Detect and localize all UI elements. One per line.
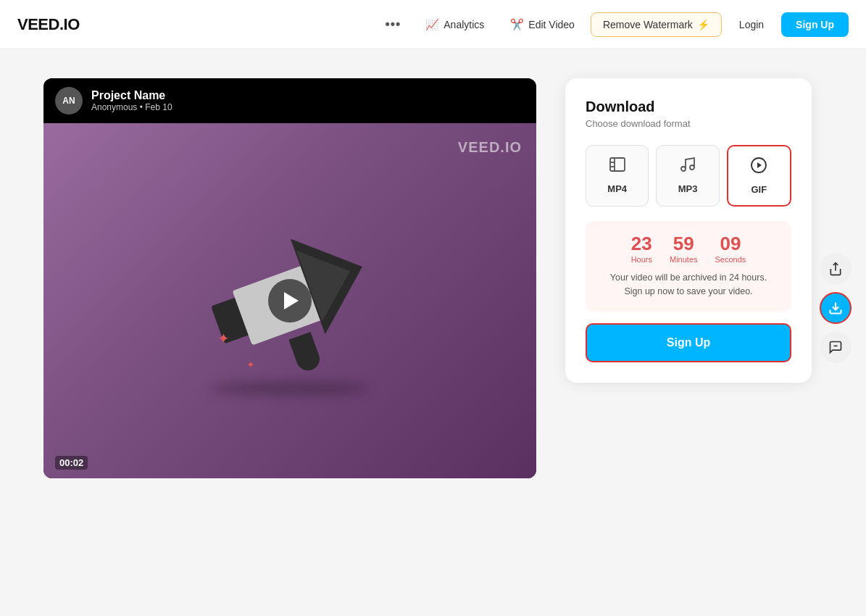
sparkle-1: ✦ bbox=[217, 330, 230, 347]
minutes-value: 59 bbox=[673, 234, 694, 253]
hours-value: 23 bbox=[631, 234, 652, 253]
video-title: Project Name bbox=[91, 89, 525, 102]
share-button[interactable] bbox=[820, 253, 852, 285]
sparkle-2: ✦ bbox=[246, 359, 255, 370]
play-button[interactable] bbox=[268, 279, 312, 322]
download-icon bbox=[828, 301, 843, 315]
svg-point-5 bbox=[690, 165, 694, 170]
countdown-hours: 23 Hours bbox=[631, 234, 652, 264]
chat-icon bbox=[828, 340, 843, 354]
analytics-button[interactable]: 📈 Analytics bbox=[415, 12, 494, 37]
format-grid: MP4 MP3 bbox=[586, 145, 791, 207]
video-subtitle: Anonymous • Feb 10 bbox=[91, 102, 525, 112]
header-nav: ••• 📈 Analytics ✂️ Edit Video Remove Wat… bbox=[376, 11, 849, 38]
mp4-label: MP4 bbox=[607, 183, 627, 194]
edit-video-button[interactable]: ✂️ Edit Video bbox=[500, 12, 585, 37]
countdown-seconds: 09 Seconds bbox=[715, 234, 746, 264]
svg-rect-0 bbox=[610, 158, 625, 171]
scissors-icon: ✂️ bbox=[510, 18, 524, 31]
mp3-label: MP3 bbox=[678, 183, 698, 194]
video-top-bar: AN Project Name Anonymous • Feb 10 bbox=[43, 78, 536, 123]
main-content: AN Project Name Anonymous • Feb 10 VEED.… bbox=[0, 49, 866, 507]
countdown-minutes: 59 Minutes bbox=[670, 234, 698, 264]
video-player: AN Project Name Anonymous • Feb 10 VEED.… bbox=[43, 78, 536, 478]
header-signup-button[interactable]: Sign Up bbox=[781, 12, 849, 37]
watermark: VEED.IO bbox=[458, 139, 522, 156]
archive-countdown-box: 23 Hours 59 Minutes 09 Seconds Your vide… bbox=[586, 221, 791, 312]
format-mp3-button[interactable]: MP3 bbox=[656, 145, 719, 207]
video-body: VEED.IO ✦ bbox=[43, 123, 536, 478]
avatar: AN bbox=[55, 87, 83, 115]
video-meta: Project Name Anonymous • Feb 10 bbox=[91, 89, 525, 112]
svg-marker-7 bbox=[757, 162, 762, 168]
chat-button[interactable] bbox=[820, 331, 852, 363]
seconds-label: Seconds bbox=[715, 255, 746, 264]
gif-label: GIF bbox=[751, 184, 767, 195]
archive-message: Your video will be archived in 24 hours.… bbox=[597, 271, 780, 299]
share-icon bbox=[828, 262, 843, 276]
format-gif-button[interactable]: GIF bbox=[727, 145, 791, 207]
seconds-value: 09 bbox=[720, 234, 741, 253]
countdown-row: 23 Hours 59 Minutes 09 Seconds bbox=[597, 234, 780, 264]
gif-icon bbox=[750, 157, 767, 178]
logo: VEED.IO bbox=[17, 15, 80, 34]
format-mp4-button[interactable]: MP4 bbox=[586, 145, 649, 207]
minutes-label: Minutes bbox=[670, 255, 698, 264]
play-icon bbox=[284, 292, 299, 309]
floating-download-button[interactable] bbox=[820, 292, 852, 324]
mp4-icon bbox=[609, 156, 626, 178]
video-timecode: 00:02 bbox=[55, 456, 88, 470]
side-actions bbox=[820, 253, 852, 363]
analytics-icon: 📈 bbox=[425, 18, 439, 31]
download-title: Download bbox=[586, 99, 791, 115]
lightning-icon: ⚡ bbox=[697, 19, 709, 30]
download-subtitle: Choose download format bbox=[586, 118, 791, 129]
download-signup-button[interactable]: Sign Up bbox=[586, 323, 791, 362]
login-button[interactable]: Login bbox=[728, 13, 775, 36]
header: VEED.IO ••• 📈 Analytics ✂️ Edit Video Re… bbox=[0, 0, 866, 49]
more-options-button[interactable]: ••• bbox=[376, 11, 409, 38]
svg-point-4 bbox=[681, 167, 686, 171]
download-panel: Download Choose download format MP4 bbox=[565, 78, 812, 383]
mp3-icon bbox=[679, 156, 696, 178]
hours-label: Hours bbox=[631, 255, 652, 264]
remove-watermark-button[interactable]: Remove Watermark ⚡ bbox=[591, 12, 722, 37]
